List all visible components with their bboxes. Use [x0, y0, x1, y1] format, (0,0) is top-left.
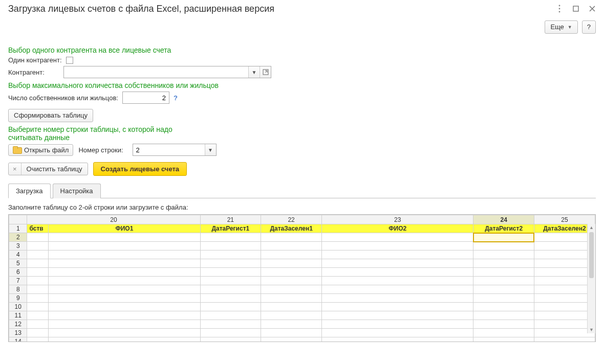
counterparty-dropdown-icon[interactable]: ▼: [248, 66, 260, 78]
cell[interactable]: [261, 242, 322, 251]
cell[interactable]: [27, 320, 49, 329]
cell[interactable]: [27, 251, 49, 259]
cell[interactable]: [49, 277, 200, 285]
cell-2-24[interactable]: [473, 233, 534, 242]
cell[interactable]: [200, 329, 261, 337]
counterparty-input[interactable]: [64, 66, 248, 78]
more-button[interactable]: Еще ▼: [545, 20, 577, 34]
cell[interactable]: [200, 285, 261, 294]
cell[interactable]: [200, 277, 261, 285]
owners-count-help-icon[interactable]: ?: [174, 94, 178, 102]
row-header-6[interactable]: 6: [9, 268, 27, 277]
cell[interactable]: [27, 242, 49, 251]
kebab-icon[interactable]: [554, 3, 565, 14]
scroll-thumb[interactable]: [589, 232, 594, 278]
cell[interactable]: [534, 329, 595, 337]
cell[interactable]: [473, 242, 534, 251]
cell[interactable]: [49, 329, 200, 337]
cell[interactable]: [27, 294, 49, 303]
col-header-25[interactable]: 25: [534, 215, 595, 224]
cell[interactable]: [322, 329, 473, 337]
cell[interactable]: [322, 285, 473, 294]
cell[interactable]: [27, 259, 49, 268]
tab-settings[interactable]: Настройка: [53, 184, 101, 198]
row-header-13[interactable]: 13: [9, 329, 27, 337]
cell[interactable]: [473, 320, 534, 329]
cell[interactable]: [200, 259, 261, 268]
col-header-21[interactable]: 21: [200, 215, 261, 224]
scroll-up-icon[interactable]: ▲: [588, 224, 595, 231]
cell-1-20[interactable]: ФИО1: [49, 224, 200, 233]
cell[interactable]: [322, 337, 473, 343]
row-header-2[interactable]: 2: [9, 233, 27, 242]
form-table-button[interactable]: Сформировать таблицу: [8, 109, 93, 122]
cell[interactable]: [200, 268, 261, 277]
cell[interactable]: [49, 311, 200, 320]
cell[interactable]: [261, 329, 322, 337]
cell[interactable]: [473, 311, 534, 320]
close-icon[interactable]: [587, 3, 598, 14]
cell[interactable]: [534, 277, 595, 285]
cell[interactable]: [322, 251, 473, 259]
cell[interactable]: [49, 259, 200, 268]
col-header-24[interactable]: 24: [473, 215, 534, 224]
row-header-10[interactable]: 10: [9, 303, 27, 311]
cell[interactable]: [200, 337, 261, 343]
open-file-button[interactable]: Открыть файл: [8, 144, 73, 156]
cell[interactable]: [27, 303, 49, 311]
cell[interactable]: [473, 329, 534, 337]
cell-2-19b[interactable]: [27, 233, 49, 242]
sheet-corner[interactable]: [9, 215, 27, 224]
cell[interactable]: [322, 242, 473, 251]
row-header-5[interactable]: 5: [9, 259, 27, 268]
cell[interactable]: [261, 285, 322, 294]
cell[interactable]: [473, 303, 534, 311]
owners-count-field[interactable]: [122, 92, 169, 104]
cell[interactable]: [261, 311, 322, 320]
single-counterparty-checkbox[interactable]: [66, 57, 73, 64]
cell[interactable]: [261, 303, 322, 311]
cell[interactable]: [27, 268, 49, 277]
cell[interactable]: [27, 311, 49, 320]
cell-1-21[interactable]: ДатаРегист1: [200, 224, 261, 233]
cell[interactable]: [322, 303, 473, 311]
cell-1-24[interactable]: ДатаРегист2: [473, 224, 534, 233]
cell[interactable]: [322, 311, 473, 320]
row-header-9[interactable]: 9: [9, 294, 27, 303]
cell[interactable]: [261, 277, 322, 285]
cell[interactable]: [27, 329, 49, 337]
cell[interactable]: [49, 294, 200, 303]
cell-2-25[interactable]: [534, 233, 595, 242]
cell-1-23[interactable]: ФИО2: [322, 224, 473, 233]
row-header-12[interactable]: 12: [9, 320, 27, 329]
cell[interactable]: [200, 294, 261, 303]
cell[interactable]: [534, 311, 595, 320]
cell-2-21[interactable]: [200, 233, 261, 242]
cell[interactable]: [27, 277, 49, 285]
cell[interactable]: [534, 259, 595, 268]
cell[interactable]: [322, 320, 473, 329]
cell[interactable]: [49, 242, 200, 251]
cell[interactable]: [473, 268, 534, 277]
row-number-dropdown[interactable]: ▼: [133, 144, 217, 156]
maximize-icon[interactable]: [570, 3, 581, 14]
owners-count-input[interactable]: [123, 93, 169, 103]
row-number-input[interactable]: [133, 144, 205, 155]
cell[interactable]: [473, 294, 534, 303]
content-scroll[interactable]: Выбор одного контрагента на все лицевые …: [0, 40, 604, 364]
cell[interactable]: [200, 251, 261, 259]
cell[interactable]: [49, 320, 200, 329]
clear-table-button[interactable]: × Очистить таблицу: [8, 163, 88, 175]
cell-1-19b[interactable]: бств: [27, 224, 49, 233]
cell-2-20[interactable]: [49, 233, 200, 242]
cell[interactable]: [473, 285, 534, 294]
row-number-dropdown-icon[interactable]: ▼: [205, 144, 216, 155]
cell[interactable]: [200, 320, 261, 329]
col-header-20[interactable]: 20: [27, 215, 200, 224]
row-header-8[interactable]: 8: [9, 285, 27, 294]
cell[interactable]: [473, 251, 534, 259]
cell[interactable]: [322, 277, 473, 285]
row-header-7[interactable]: 7: [9, 277, 27, 285]
row-header-1[interactable]: 1: [9, 224, 27, 233]
cell[interactable]: [27, 337, 49, 343]
